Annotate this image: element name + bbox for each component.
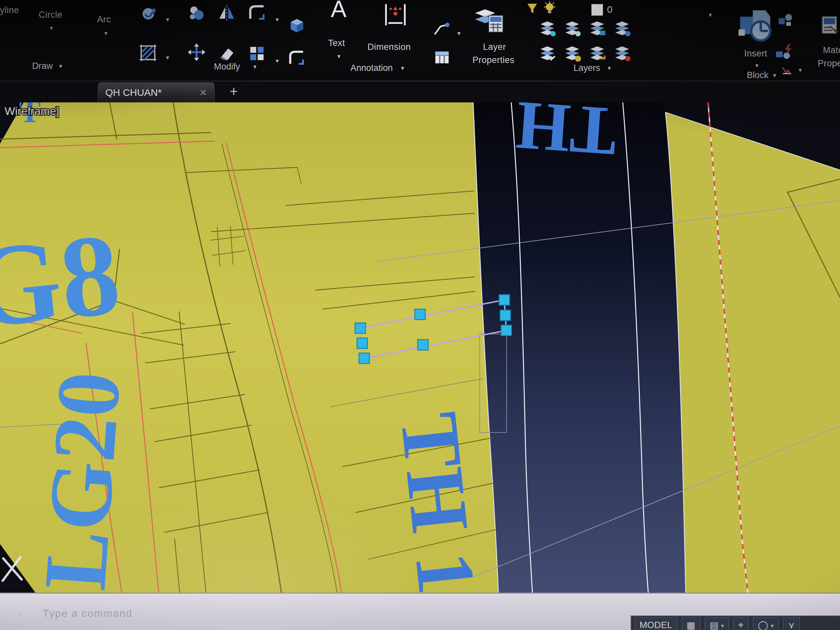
panel-label-layers[interactable]: Layers (573, 63, 600, 73)
layer-freeze-icon[interactable] (563, 18, 581, 37)
tool-polyline-partial[interactable]: yline (0, 5, 19, 16)
command-line-tick: - (19, 609, 22, 619)
panel-label-draw[interactable]: Draw (32, 61, 53, 71)
file-tab-name: QH CHUAN* (105, 87, 195, 98)
layer-filter-icon[interactable] (525, 1, 540, 16)
polar-dropdown-icon[interactable]: ▾ (771, 622, 774, 629)
insert-block-icon[interactable] (737, 5, 775, 45)
layer-properties-icon[interactable] (474, 3, 504, 35)
parcel-label-lg20: LG20 (25, 369, 139, 593)
section-icon[interactable] (288, 49, 305, 66)
layer-properties-label-1[interactable]: Layer (483, 42, 506, 52)
extrude-cube-icon[interactable] (287, 16, 306, 35)
revision-cloud-icon[interactable] (141, 5, 158, 22)
fillet-dropdown-icon[interactable]: ▾ (276, 16, 279, 23)
match-properties-icon[interactable] (819, 6, 840, 44)
layer-isolate-icon[interactable] (538, 43, 556, 62)
block-gallery-dropdown-icon[interactable]: ▾ (709, 12, 712, 18)
new-drawing-tab-button[interactable]: + (230, 85, 238, 98)
tool-text[interactable]: Text (328, 38, 345, 48)
insert-dropdown-icon[interactable]: ▾ (755, 62, 759, 69)
create-block-icon[interactable] (776, 11, 795, 29)
grip-handle[interactable] (357, 338, 368, 349)
text-tool-icon[interactable]: A (331, 0, 347, 22)
current-layer-name[interactable]: 0 (607, 4, 613, 15)
circle-dropdown-icon[interactable]: ▾ (50, 25, 53, 31)
snap-dropdown-icon[interactable]: ▾ (721, 622, 724, 629)
grid-toggle[interactable]: ▦ (682, 617, 700, 630)
leader-icon[interactable] (433, 20, 450, 38)
match-properties-label-1[interactable]: Matc (823, 45, 840, 55)
layer-on-icon[interactable] (613, 18, 631, 37)
block-panel-dropdown-icon[interactable]: ▾ (773, 72, 776, 79)
layer-prev-icon[interactable] (613, 43, 631, 62)
draw-panel-dropdown-icon[interactable]: ▾ (59, 63, 62, 69)
parcel-label-th1: TH 1 (383, 408, 493, 598)
snap-toggle[interactable]: ▤▾ (705, 617, 729, 630)
river-area (473, 103, 686, 595)
layer-lock-icon[interactable] (588, 18, 606, 37)
file-tab-bar: QH CHUAN* ✕ + (0, 81, 840, 103)
parcel-label-g8: G8 (0, 209, 125, 353)
panel-label-annotation[interactable]: Annotation (351, 63, 393, 73)
hatch-icon[interactable] (138, 41, 158, 64)
arc-dropdown-icon[interactable]: ▾ (104, 30, 107, 36)
layer-bulb-icon[interactable] (542, 1, 557, 16)
layer-match-icon[interactable] (588, 43, 606, 62)
model-space-toggle[interactable]: MODEL (635, 617, 677, 630)
layer-properties-label-2[interactable]: Properties (472, 55, 515, 65)
tool-insert[interactable]: Insert (744, 49, 767, 59)
ortho-toggle[interactable]: ⌖ (733, 617, 748, 630)
grip-handle[interactable] (418, 339, 428, 350)
file-tab-active[interactable]: QH CHUAN* ✕ (98, 82, 215, 103)
polar-tracking-toggle[interactable]: ◯▾ (753, 617, 778, 630)
hatch-dropdown-icon[interactable]: ▾ (166, 54, 169, 61)
text-dropdown-icon[interactable]: ▾ (337, 53, 341, 59)
layer-off-icon[interactable] (538, 18, 556, 37)
annotation-panel-dropdown-icon[interactable]: ▾ (401, 65, 404, 71)
erase-icon[interactable] (218, 44, 235, 62)
array-dropdown-icon[interactable]: ▾ (276, 58, 279, 64)
leader-dropdown-icon[interactable]: ▾ (458, 30, 461, 36)
layer-color-swatch[interactable] (591, 4, 603, 16)
fillet-icon[interactable] (248, 3, 266, 21)
viewport-control-label[interactable]: Wireframe] (5, 105, 59, 117)
tool-arc[interactable]: Arc (97, 14, 111, 25)
block-more-dropdown-icon[interactable]: ▾ (799, 67, 802, 73)
file-tab-close-icon[interactable]: ✕ (199, 87, 207, 98)
block-editor-icon[interactable] (780, 64, 794, 77)
grip-handle[interactable] (501, 325, 512, 336)
tool-dimension[interactable]: Dimension (368, 42, 411, 52)
move-icon[interactable] (188, 43, 205, 61)
ribbon-bottom-border (0, 81, 840, 81)
define-attribute-icon[interactable] (774, 41, 794, 62)
parcel-zone-right[interactable] (665, 112, 840, 595)
tool-circle[interactable]: Circle (39, 10, 62, 20)
panel-label-modify[interactable]: Modify (214, 62, 240, 72)
mirror-icon[interactable] (218, 4, 235, 22)
grip-handle[interactable] (415, 309, 425, 320)
status-bar: MODEL ▦ ▤▾ ⌖ ◯▾ ⋎ (631, 616, 840, 630)
match-properties-label-2[interactable]: Proper (818, 58, 840, 69)
grip-handle[interactable] (500, 310, 510, 321)
grip-handle[interactable] (499, 295, 510, 305)
panel-label-block[interactable]: Block (747, 70, 769, 81)
draw-more-dropdown-icon[interactable]: ▾ (166, 16, 169, 23)
copy-icon[interactable] (188, 5, 205, 22)
table-icon[interactable] (433, 48, 451, 67)
ribbon: yline Circle ▾ Arc ▾ ▾ ▾ Draw ▾ ▾ ▾ Modi… (0, 0, 840, 81)
layer-unisolate-icon[interactable] (563, 43, 581, 62)
command-line-placeholder[interactable]: Type a command (43, 607, 132, 619)
grip-handle[interactable] (355, 323, 366, 333)
modify-panel-dropdown-icon[interactable]: ▾ (253, 64, 257, 70)
layers-panel-dropdown-icon[interactable]: ▾ (608, 65, 611, 71)
isodraft-toggle[interactable]: ⋎ (783, 617, 800, 630)
array-icon[interactable] (248, 45, 266, 62)
grip-handle[interactable] (359, 353, 369, 363)
dimension-tool-icon[interactable] (381, 1, 410, 29)
